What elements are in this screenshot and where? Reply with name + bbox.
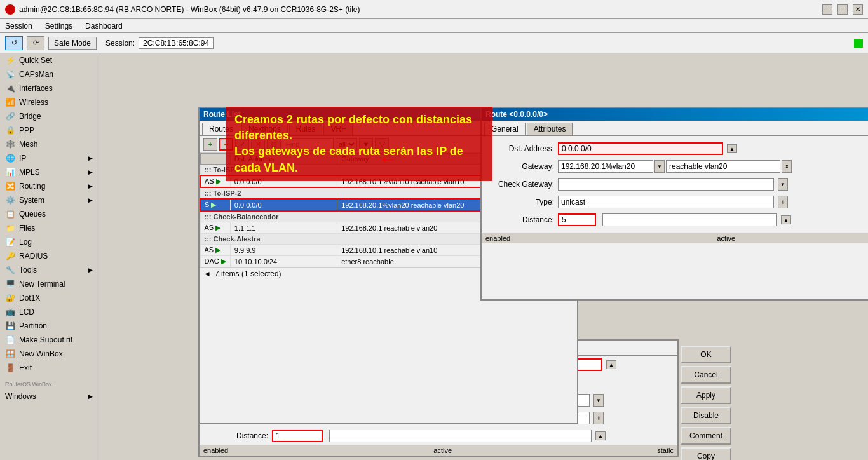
sidebar-item-capsman[interactable]: 📡 CAPsMan	[0, 67, 98, 81]
sidebar-section-windows: RouterOS WinBox	[0, 379, 98, 390]
check-gateway-dropdown[interactable]: ▼	[778, 178, 788, 191]
sidebar-item-partition[interactable]: 💾 Partition	[0, 319, 98, 333]
dst-address-row: Dst. Address: ▲	[485, 140, 868, 158]
sidebar-label-queues: Queues	[19, 210, 46, 219]
routing-arrow: ▶	[88, 183, 93, 189]
system-icon: ⚙️	[5, 195, 15, 205]
sidebar-item-files[interactable]: 📁 Files	[0, 221, 98, 235]
gateway-inputs: ▼ ⇕	[558, 160, 792, 173]
sidebar-label-bridge: Bridge	[19, 112, 41, 121]
sidebar-item-radius[interactable]: 🔑 RADIUS	[0, 249, 98, 263]
sidebar-item-log[interactable]: 📝 Log	[0, 235, 98, 249]
sidebar-item-tools[interactable]: 🔧 Tools ▶	[0, 263, 98, 277]
distance-extra-input[interactable]	[602, 213, 777, 226]
main-layout: ⚡ Quick Set 📡 CAPsMan 🔌 Interfaces 📶 Wir…	[0, 53, 868, 460]
sidebar-item-make-supout[interactable]: 📄 Make Supout.rif	[0, 333, 98, 347]
lower-status-bar: enabled active static	[200, 445, 677, 456]
connection-indicator	[854, 39, 863, 48]
sidebar-item-interfaces[interactable]: 🔌 Interfaces	[0, 81, 98, 95]
row-flag: AS ▶	[200, 222, 230, 234]
gateway-secondary-dropdown[interactable]: ⇕	[782, 160, 792, 173]
mpls-arrow: ▶	[88, 169, 93, 175]
sidebar-item-bridge[interactable]: 🔗 Bridge	[0, 109, 98, 123]
copy-button[interactable]: Copy	[681, 447, 731, 460]
back-button[interactable]: ⟳	[27, 36, 44, 50]
sidebar-item-queues[interactable]: 📋 Queues	[0, 207, 98, 221]
lower-type-dropdown[interactable]: ⇕	[593, 412, 604, 424]
menu-session[interactable]: Session	[3, 20, 35, 32]
maximize-button[interactable]: □	[837, 4, 848, 15]
refresh-button[interactable]: ↺	[5, 36, 23, 50]
close-button[interactable]: ✕	[853, 4, 863, 15]
route-detail-form: Dst. Address: ▲ Gateway: ▼ ⇕	[482, 136, 868, 233]
sidebar-item-mpls[interactable]: 📊 MPLS ▶	[0, 165, 98, 179]
apply-button[interactable]: Apply	[681, 386, 731, 404]
quick-set-icon: ⚡	[5, 55, 15, 65]
files-icon: 📁	[5, 223, 15, 233]
sidebar-label-new-winbox: New WinBox	[19, 349, 63, 358]
sidebar-item-ppp[interactable]: 🔒 PPP	[0, 123, 98, 137]
title-bar: admin@2C:C8:1B:65:8C:94 (RB ARCO NORTE) …	[0, 0, 868, 19]
sidebar-item-ip[interactable]: 🌐 IP ▶	[0, 151, 98, 165]
dst-address-input[interactable]	[558, 142, 723, 155]
minimize-button[interactable]: —	[822, 4, 832, 15]
route-detail-tab-attributes[interactable]: Attributes	[527, 123, 573, 135]
type-input[interactable]	[558, 196, 774, 208]
menu-settings[interactable]: Settings	[43, 20, 75, 32]
sidebar-item-new-winbox[interactable]: 🪟 New WinBox	[0, 347, 98, 361]
session-value: 2C:C8:1B:65:8C:94	[139, 37, 214, 49]
cancel-button[interactable]: Cancel	[681, 366, 731, 384]
sidebar-item-exit[interactable]: 🚪 Exit	[0, 361, 98, 375]
sidebar-label-dot1x: Dot1X	[19, 294, 40, 302]
sidebar-item-dot1x[interactable]: 🔐 Dot1X	[0, 291, 98, 305]
sidebar-item-lcd[interactable]: 📺 LCD	[0, 305, 98, 319]
menu-dashboard[interactable]: Dashboard	[83, 20, 125, 32]
sidebar-item-system[interactable]: ⚙️ System ▶	[0, 193, 98, 207]
sidebar-label-interfaces: Interfaces	[19, 84, 53, 93]
system-arrow: ▶	[88, 197, 93, 203]
exit-icon: 🚪	[5, 363, 15, 373]
windows-arrow: ▶	[88, 393, 93, 400]
action-buttons-panel: OK Cancel Apply Disable Comment Copy Rem…	[681, 346, 744, 460]
distance-row: Distance: ▲	[485, 211, 868, 229]
lower-dst-scroll[interactable]: ▲	[606, 360, 616, 369]
gateway-secondary-input[interactable]	[666, 160, 780, 173]
gateway-dropdown-arrow[interactable]: ▼	[654, 160, 665, 173]
lower-distance-label: Distance:	[205, 431, 268, 440]
route-detail-status-bar: enabled active static	[482, 233, 868, 243]
disable-button[interactable]: Disable	[681, 407, 731, 424]
dst-scroll-up[interactable]: ▲	[727, 144, 737, 153]
sidebar-label-wireless: Wireless	[19, 98, 48, 107]
sidebar-label-routing: Routing	[19, 182, 45, 191]
sidebar-item-mesh[interactable]: 🕸️ Mesh	[0, 137, 98, 151]
log-icon: 📝	[5, 237, 15, 247]
annotation-line1: Creamos 2 rutas por defecto con distanci…	[234, 112, 484, 144]
add-route-button[interactable]: +	[203, 138, 217, 151]
sidebar-item-new-terminal[interactable]: 🖥️ New Terminal	[0, 277, 98, 291]
lower-check-gateway-dropdown[interactable]: ▼	[593, 394, 604, 407]
lower-distance-scroll[interactable]: ▲	[595, 431, 606, 440]
wireless-icon: 📶	[5, 97, 15, 107]
lower-status-active: active	[433, 447, 452, 454]
sidebar-item-wireless[interactable]: 📶 Wireless	[0, 95, 98, 109]
distance-input[interactable]	[558, 213, 596, 226]
sidebar-item-windows[interactable]: Windows ▶	[0, 390, 98, 403]
sidebar-label-files: Files	[19, 224, 35, 233]
session-label: Session:	[105, 39, 135, 48]
scroll-left-btn[interactable]: ◄	[203, 269, 211, 278]
lower-distance-extra[interactable]	[329, 430, 592, 442]
distance-scroll-up[interactable]: ▲	[781, 215, 791, 224]
lower-distance-input[interactable]	[272, 430, 323, 442]
type-dropdown[interactable]: ⇕	[778, 196, 788, 208]
window-controls[interactable]: — □ ✕	[822, 4, 863, 15]
gateway-input[interactable]	[558, 160, 653, 173]
check-gateway-input[interactable]	[558, 178, 774, 191]
tools-arrow: ▶	[88, 267, 93, 273]
sidebar-item-quick-set[interactable]: ⚡ Quick Set	[0, 53, 98, 67]
route-detail-panel: Route <0.0.0.0/0> General Attributes Dst…	[480, 107, 868, 301]
route-detail-title: Route <0.0.0.0/0>	[485, 110, 548, 119]
sidebar-item-routing[interactable]: 🔀 Routing ▶	[0, 179, 98, 193]
safe-mode-button[interactable]: Safe Mode	[48, 37, 97, 50]
comment-button[interactable]: Comment	[681, 427, 731, 445]
ok-button[interactable]: OK	[681, 346, 731, 363]
